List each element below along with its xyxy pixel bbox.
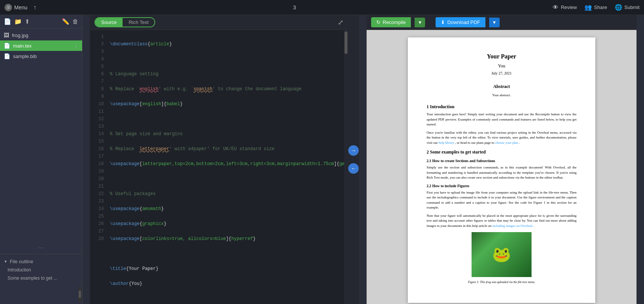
file-icon: 📄 (4, 53, 10, 59)
outline-items: Introduction Some examples to get ... (0, 266, 82, 282)
outline-item-introduction[interactable]: Introduction (0, 266, 82, 274)
editor-area: Source Rich Text ⤢ 12345 678910 11121314… (90, 15, 348, 304)
download-pdf-button[interactable]: ⬇ Download PDF (436, 17, 485, 27)
pdf-section-1-body2: Once you're familiar with the editor, yo… (427, 130, 577, 146)
pdf-abstract-title: Abstract (427, 83, 577, 90)
sidebar-collapse-dots[interactable]: ··· (0, 241, 82, 254)
preview-toolbar: ↻ Recompile ▼ ⬇ Download PDF ▼ (367, 15, 637, 30)
line-numbers: 12345 678910 1112131415 1617181920 21222… (90, 30, 107, 304)
page-number: 3 (36, 4, 553, 10)
nav-arrows: → ← (348, 15, 359, 304)
share-icon: 👥 (584, 4, 592, 11)
download-dropdown-button[interactable]: ▼ (489, 18, 500, 27)
collapse-dots: ··· (361, 157, 365, 162)
pdf-body-text3: . (519, 141, 520, 145)
collapse-dots: ··· (638, 157, 643, 162)
forward-arrow-button[interactable]: → (348, 145, 359, 156)
pdf-link-images[interactable]: including images on Overleaf (492, 224, 532, 228)
editor-scrollbar-thumb (344, 31, 347, 54)
pdf-body-text5: . (533, 224, 534, 228)
pdf-subsection-2-1-body: Simply use the section and subsection co… (427, 165, 577, 180)
upload-icon[interactable]: ⬆ (25, 18, 30, 25)
submit-label: Submit (625, 4, 640, 10)
left-collapse-handle[interactable]: ··· (82, 15, 90, 304)
top-nav: ☰ Menu ↑ 3 👁 Review 👥 Share 🌐 Submit (0, 0, 644, 15)
pdf-subsection-2-2: 2.2 How to include Figures (427, 183, 577, 189)
menu-icon: ☰ (4, 4, 12, 11)
main-layout: 📄 📁 ⬆ ✏️ 🗑 🖼 frog.jpg 📄 main.tex ⋮ 📄 sam… (0, 15, 644, 304)
share-label: Share (594, 4, 607, 10)
review-button[interactable]: 👁 Review (553, 4, 577, 11)
pdf-body-text2: , or head to our plans page to (455, 141, 494, 145)
file-item-frog[interactable]: 🖼 frog.jpg (0, 30, 82, 40)
delete-icon[interactable]: 🗑 (72, 18, 78, 25)
review-label: Review (561, 4, 577, 10)
pdf-abstract-text: Your abstract. (427, 93, 577, 98)
recompile-button[interactable]: ↻ Recompile (371, 17, 411, 27)
code-editor: 12345 678910 1112131415 1617181920 21222… (90, 30, 348, 304)
expand-icon[interactable]: ⤢ (338, 18, 343, 27)
preview-area: ↻ Recompile ▼ ⬇ Download PDF ▼ Your Pape… (367, 15, 637, 304)
pdf-link-help[interactable]: help library (439, 141, 454, 145)
file-options-icon[interactable]: ⋮ (73, 43, 78, 49)
pdf-title: Your Paper (427, 52, 577, 61)
file-outline: ▼ File outline Introduction Some example… (0, 254, 82, 285)
menu-button[interactable]: ☰ Menu (4, 4, 27, 11)
submit-icon: 🌐 (615, 4, 622, 11)
outline-arrow: ▼ (4, 259, 7, 264)
outline-header[interactable]: ▼ File outline (0, 257, 82, 266)
recompile-dropdown-button[interactable]: ▼ (415, 18, 425, 27)
pdf-page: Your Paper You July 27, 2021 Abstract Yo… (408, 37, 595, 303)
source-tab[interactable]: Source (95, 18, 123, 27)
recompile-icon: ↻ (376, 19, 380, 25)
new-folder-icon[interactable]: 📁 (14, 18, 22, 25)
source-rich-toggle: Source Rich Text (94, 17, 155, 27)
edit-icon[interactable]: ✏️ (62, 18, 69, 25)
menu-label: Menu (14, 4, 27, 10)
sidebar: 📄 📁 ⬆ ✏️ 🗑 🖼 frog.jpg 📄 main.tex ⋮ 📄 sam… (0, 15, 82, 304)
recompile-label: Recompile (383, 19, 406, 25)
file-item-main[interactable]: 📄 main.tex ⋮ (0, 40, 82, 51)
file-name: main.tex (13, 43, 70, 49)
pdf-figure-caption: Figure 1: This frog was uploaded via the… (427, 280, 577, 284)
file-name: frog.jpg (12, 33, 78, 38)
file-list: 🖼 frog.jpg 📄 main.tex ⋮ 📄 sample.bib (0, 28, 82, 241)
pdf-section-1: 1 Introduction (427, 104, 577, 110)
right-left-collapse-handle[interactable]: ··· (359, 15, 367, 304)
outline-label: File outline (10, 259, 33, 264)
collapse-dots: ··· (84, 157, 88, 162)
pdf-subsection-2-2-body1: First you have to upload the image file … (427, 190, 577, 210)
pdf-author: You (427, 63, 577, 69)
file-icon: 🖼 (4, 32, 9, 38)
pdf-section-2: 2 Some examples to get started (427, 149, 577, 155)
right-collapse-handle[interactable]: ··· (637, 15, 644, 304)
pdf-section-1-body1: Your introduction goes here! Simply star… (427, 112, 577, 127)
file-icon: 📄 (4, 43, 10, 49)
pdf-figure-image (472, 232, 532, 277)
rich-text-tab[interactable]: Rich Text (123, 18, 154, 27)
file-name: sample.bib (13, 54, 78, 59)
new-file-icon[interactable]: 📄 (4, 18, 11, 25)
pdf-figure: Figure 1: This frog was uploaded via the… (427, 232, 577, 284)
pdf-subsection-2-2-body2: Note that your figure will automatically… (427, 213, 577, 229)
download-label: Download PDF (447, 19, 480, 25)
editor-toolbar: Source Rich Text ⤢ (90, 15, 348, 30)
pdf-preview: Your Paper You July 27, 2021 Abstract Yo… (367, 30, 637, 304)
back-arrow-button[interactable]: ← (348, 163, 359, 174)
code-content[interactable]: \documentclass{article} % Language setti… (107, 30, 344, 304)
submit-button[interactable]: 🌐 Submit (615, 4, 640, 11)
pdf-link-plan[interactable]: choose your plan (495, 141, 518, 145)
outline-item-examples[interactable]: Some examples to get ... (0, 274, 82, 282)
editor-scrollbar[interactable] (344, 30, 348, 304)
nav-right: 👁 Review 👥 Share 🌐 Submit (553, 4, 640, 11)
pdf-subsection-2-1: 2.1 How to create Sections and Subsectio… (427, 158, 577, 164)
pdf-date: July 27, 2021 (427, 71, 577, 76)
review-icon: 👁 (553, 4, 559, 11)
file-item-sample[interactable]: 📄 sample.bib (0, 51, 82, 61)
share-button[interactable]: 👥 Share (584, 4, 607, 11)
upload-icon[interactable]: ↑ (33, 4, 36, 11)
sidebar-toolbar: 📄 📁 ⬆ ✏️ 🗑 (0, 15, 82, 28)
download-icon: ⬇ (441, 19, 445, 25)
